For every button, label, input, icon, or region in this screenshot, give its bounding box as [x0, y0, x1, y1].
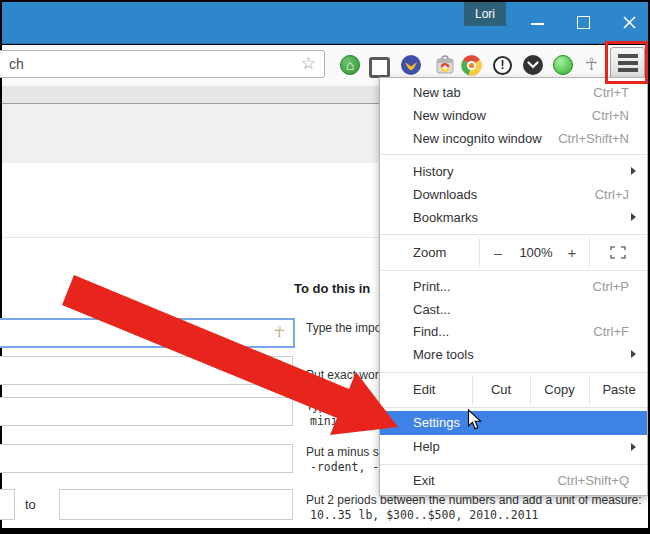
- store-bag-extension-icon[interactable]: [435, 55, 455, 75]
- paste-button[interactable]: Paste: [589, 376, 649, 404]
- menu-item-bookmarks[interactable]: Bookmarks: [380, 206, 647, 229]
- none-words-input[interactable]: [0, 444, 293, 473]
- zoom-row-divider: [589, 238, 590, 267]
- alert-circle-extension-icon[interactable]: !: [493, 55, 513, 75]
- bookmark-star-icon[interactable]: ☆: [301, 51, 316, 77]
- chevron-down-icon: [523, 55, 543, 75]
- menu-item-new-window[interactable]: New window Ctrl+N: [380, 104, 647, 127]
- range-from-input[interactable]: [0, 489, 15, 520]
- hint-important-words: Type the impor: [306, 321, 385, 335]
- frame-extension-icon[interactable]: [367, 55, 387, 75]
- hint-exact-words: Put exact word: [306, 368, 385, 382]
- any-words-input[interactable]: [0, 397, 293, 426]
- menu-item-downloads[interactable]: Downloads Ctrl+J: [380, 183, 647, 206]
- submenu-arrow-icon: [631, 213, 636, 221]
- menu-item-more-tools[interactable]: More tools: [380, 343, 647, 366]
- copy-button[interactable]: Copy: [530, 376, 589, 404]
- fullscreen-icon[interactable]: [610, 246, 626, 259]
- submenu-arrow-icon: [631, 167, 636, 175]
- menu-edit-row: Edit Cut Copy Paste: [380, 376, 647, 404]
- cut-button[interactable]: Cut: [472, 376, 530, 404]
- all-words-input[interactable]: ☥: [0, 318, 295, 348]
- minimize-button[interactable]: [520, 2, 556, 44]
- bird-extension-icon[interactable]: [401, 55, 421, 75]
- range-to-input[interactable]: [59, 489, 293, 520]
- menu-separator: [380, 407, 647, 408]
- zoom-label: Zoom: [413, 238, 446, 267]
- maximize-icon: [577, 16, 590, 29]
- ankh-extension-icon[interactable]: ☥: [585, 55, 605, 75]
- menu-item-print[interactable]: Print... Ctrl+P: [380, 275, 647, 298]
- url-text: ch: [9, 51, 24, 77]
- zoom-out-button[interactable]: –: [486, 238, 510, 267]
- profile-badge[interactable]: Lori: [464, 2, 506, 26]
- title-bar: Lori: [2, 2, 648, 44]
- shortcut: Ctrl+Shift+Q: [557, 469, 629, 492]
- shortcut: Ctrl+J: [595, 183, 629, 206]
- close-icon: [622, 15, 638, 31]
- shortcut: Ctrl+T: [593, 81, 629, 104]
- edit-label: Edit: [413, 376, 435, 404]
- hint-or-words: Type O: [306, 399, 345, 413]
- shortcut: Ctrl+N: [592, 104, 629, 127]
- mouse-cursor: [467, 409, 483, 431]
- shortcut: Ctrl+P: [593, 275, 629, 298]
- menu-item-settings[interactable]: Settings: [380, 411, 647, 435]
- exact-phrase-input[interactable]: [0, 356, 293, 385]
- browser-window: Lori ch ☆ ⌂: [0, 0, 650, 534]
- menu-zoom-row: Zoom – 100% +: [380, 238, 647, 267]
- chrome-ball-extension-icon[interactable]: [461, 55, 481, 75]
- ankh-icon: ☥: [274, 323, 285, 341]
- menu-separator: [380, 464, 647, 465]
- menu-item-cast[interactable]: Cast...: [380, 298, 647, 321]
- submenu-arrow-icon: [631, 443, 636, 451]
- range-to-label: to: [25, 497, 36, 512]
- hint-range-example: 10..35 lb, $300..$500, 2010..2011: [310, 508, 538, 522]
- menu-separator: [380, 234, 647, 235]
- chrome-menu: New tab Ctrl+T New window Ctrl+N New inc…: [379, 77, 648, 496]
- menu-item-help[interactable]: Help: [380, 435, 647, 459]
- shortcut: Ctrl+Shift+N: [558, 127, 629, 150]
- hint-minus-sign: Put a minus si: [306, 445, 381, 459]
- close-button[interactable]: [612, 2, 648, 44]
- minimize-icon: [531, 23, 544, 25]
- green-orb-extension-icon[interactable]: [553, 55, 573, 75]
- menu-item-new-incognito-window[interactable]: New incognito window Ctrl+Shift+N: [380, 127, 647, 150]
- submenu-arrow-icon: [631, 350, 636, 358]
- home-extension-icon[interactable]: ⌂: [340, 55, 360, 75]
- menu-item-new-tab[interactable]: New tab Ctrl+T: [380, 81, 647, 104]
- zoom-in-button[interactable]: +: [560, 238, 584, 267]
- maximize-button[interactable]: [566, 2, 602, 44]
- menu-separator: [380, 372, 647, 373]
- bird-glyph: [401, 55, 421, 75]
- zoom-level: 100%: [514, 238, 558, 267]
- pocket-extension-icon[interactable]: [523, 55, 543, 75]
- address-bar[interactable]: ch ☆: [0, 50, 325, 78]
- shortcut: Ctrl+F: [593, 320, 629, 343]
- menu-item-find[interactable]: Find... Ctrl+F: [380, 320, 647, 343]
- menu-separator: [380, 270, 647, 271]
- hint-minus-example: -rodent, -": [310, 460, 386, 474]
- menu-item-history[interactable]: History: [380, 160, 647, 183]
- hint-or-example: miniature O: [310, 414, 386, 428]
- zoom-row-divider: [479, 238, 480, 267]
- hints-column-heading: To do this in: [294, 281, 370, 296]
- annotation-box: [605, 41, 648, 84]
- menu-separator: [380, 154, 647, 155]
- menu-item-exit[interactable]: Exit Ctrl+Shift+Q: [380, 469, 647, 492]
